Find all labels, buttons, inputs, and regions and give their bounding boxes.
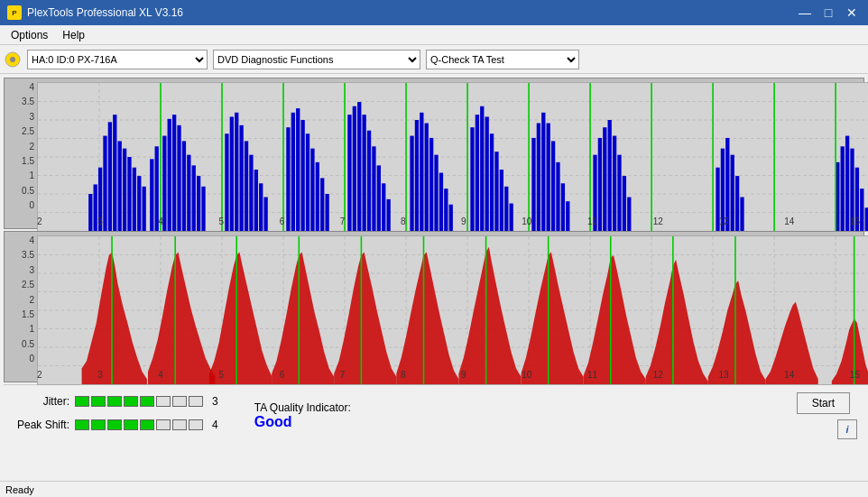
jitter-seg-4 [124, 396, 138, 407]
x-label-13-blue: 13 [718, 216, 728, 226]
svg-marker-165 [521, 253, 583, 384]
title-bar-controls: — □ ✕ [796, 6, 861, 19]
svg-rect-109 [608, 120, 612, 231]
title-bar-left: P PlexTools Professional XL V3.16 [7, 5, 183, 20]
peak-seg-3 [107, 419, 122, 430]
jitter-bar [75, 396, 203, 407]
svg-rect-48 [230, 116, 234, 231]
svg-point-1 [10, 57, 15, 62]
menu-help[interactable]: Help [55, 27, 92, 43]
blue-chart-inner [37, 82, 868, 232]
window-title: PlexTools Professional XL V3.16 [27, 6, 183, 19]
peak-seg-7 [172, 419, 187, 430]
toolbar: HA:0 ID:0 PX-716A DVD Diagnostic Functio… [0, 45, 868, 74]
title-bar: P PlexTools Professional XL V3.16 — □ ✕ [0, 0, 868, 25]
x-label-13-red: 13 [718, 370, 728, 380]
svg-rect-39 [172, 115, 176, 231]
y-label-2-blue: 2 [29, 142, 34, 152]
drive-select[interactable]: HA:0 ID:0 PX-716A [27, 50, 208, 69]
peak-seg-5 [140, 419, 154, 430]
jitter-label: Jitter: [11, 395, 69, 408]
y-label-0-blue: 0 [29, 200, 34, 210]
x-label-11-red: 11 [587, 370, 597, 380]
svg-marker-163 [458, 247, 521, 384]
maximize-button[interactable]: □ [819, 6, 837, 19]
ta-quality-value: Good [254, 414, 292, 430]
minimize-button[interactable]: — [796, 6, 814, 19]
x-label-4-red: 4 [158, 370, 163, 380]
svg-rect-68 [353, 106, 356, 231]
peak-seg-1 [75, 419, 89, 430]
svg-rect-50 [239, 125, 243, 231]
jitter-seg-1 [75, 396, 89, 407]
x-label-7-red: 7 [340, 370, 346, 380]
blue-chart-svg [38, 83, 868, 231]
y-label-3-blue: 3 [29, 112, 34, 122]
svg-rect-98 [537, 124, 540, 231]
close-button[interactable]: ✕ [843, 6, 861, 19]
bottom-panel: Jitter: 3 Peak Shift: [4, 384, 864, 446]
x-label-7-blue: 7 [340, 216, 346, 226]
peak-shift-row: Peak Shift: 4 [11, 419, 218, 431]
svg-marker-151 [82, 253, 147, 384]
peak-seg-6 [156, 419, 171, 430]
jitter-seg-2 [91, 396, 106, 407]
x-label-9-red: 9 [461, 370, 466, 380]
y-label-4-blue: 4 [29, 82, 34, 92]
x-label-5-blue: 5 [218, 216, 224, 226]
svg-marker-167 [584, 255, 646, 384]
menu-bar: Options Help [0, 25, 868, 45]
y-label-1-blue: 1 [29, 170, 34, 180]
x-label-12-blue: 12 [653, 216, 663, 226]
svg-marker-169 [646, 260, 708, 384]
red-chart-svg [38, 236, 868, 384]
app-icon: P [7, 5, 22, 20]
svg-rect-79 [420, 113, 423, 231]
svg-rect-59 [296, 108, 300, 231]
svg-rect-58 [291, 113, 295, 231]
jitter-seg-7 [172, 396, 187, 407]
x-label-3-red: 3 [97, 370, 103, 380]
metrics-left: Jitter: 3 Peak Shift: [11, 395, 218, 437]
status-bar: Ready [0, 481, 868, 497]
test-select[interactable]: Q-Check TA Test [426, 50, 579, 69]
svg-rect-67 [347, 115, 351, 231]
x-label-2-blue: 2 [37, 216, 42, 226]
menu-options[interactable]: Options [4, 27, 55, 43]
svg-rect-78 [415, 120, 419, 231]
y-label-15-red: 1.5 [22, 309, 34, 319]
x-label-8-blue: 8 [401, 216, 406, 226]
x-label-15-red: 15 [850, 370, 860, 380]
svg-rect-49 [235, 113, 238, 231]
jitter-row: Jitter: 3 [11, 395, 218, 408]
svg-rect-70 [362, 115, 365, 231]
x-label-14-red: 14 [784, 370, 794, 380]
x-label-11-blue: 11 [587, 216, 597, 226]
y-label-05-red: 0.5 [22, 339, 34, 349]
svg-rect-57 [286, 127, 290, 231]
function-select[interactable]: DVD Diagnostic Functions [213, 50, 420, 69]
x-label-2-red: 2 [37, 370, 42, 380]
peak-shift-bar [75, 419, 203, 430]
x-label-15-blue: 15 [850, 216, 860, 226]
svg-rect-129 [865, 207, 868, 231]
svg-rect-69 [357, 102, 361, 231]
jitter-seg-3 [107, 396, 122, 407]
y-label-3-red: 3 [29, 265, 34, 275]
peak-seg-8 [189, 419, 203, 430]
start-button[interactable]: Start [797, 392, 850, 414]
svg-marker-171 [708, 281, 766, 384]
svg-rect-90 [485, 116, 489, 231]
info-button[interactable]: i [837, 419, 857, 439]
y-label-15-blue: 1.5 [22, 156, 34, 166]
svg-rect-99 [541, 113, 545, 231]
x-label-3-blue: 3 [97, 216, 103, 226]
svg-rect-87 [470, 127, 474, 231]
y-label-4-red: 4 [29, 235, 34, 245]
svg-marker-159 [334, 253, 396, 384]
ta-quality-label: TA Quality Indicator: [254, 401, 351, 414]
svg-marker-155 [209, 253, 272, 384]
y-label-25-red: 2.5 [22, 280, 34, 290]
jitter-seg-6 [156, 396, 171, 407]
x-label-5-red: 5 [218, 370, 224, 380]
